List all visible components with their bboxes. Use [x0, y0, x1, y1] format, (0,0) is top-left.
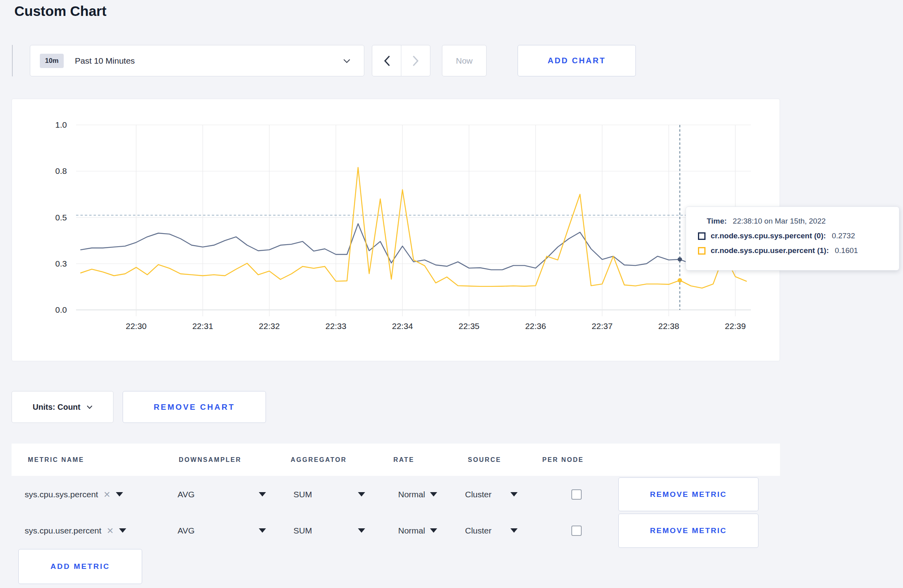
caret-down-icon: [116, 492, 123, 496]
source-value: Cluster: [465, 490, 492, 499]
col-header-downsampler: DOWNSAMPLER: [179, 444, 241, 476]
rate-value: Normal: [398, 490, 425, 499]
x-axis-tick-label: 22:33: [325, 321, 346, 331]
metric-name-select[interactable]: sys.cpu.sys.percent ×: [25, 477, 123, 511]
caret-down-icon: [119, 528, 126, 533]
time-range-select[interactable]: 10m Past 10 Minutes: [30, 45, 364, 76]
units-select[interactable]: Units: Count: [12, 391, 113, 423]
x-axis-tick-label: 22:32: [259, 321, 280, 331]
y-axis-tick-label: 1.0: [55, 120, 67, 129]
chevron-right-icon: [413, 56, 419, 66]
gridlines: [76, 125, 751, 316]
metric-row: sys.cpu.user.percent × AVG SUM Normal Cl…: [12, 514, 780, 547]
x-axis-tick-label: 22:37: [592, 321, 613, 331]
col-header-rate: RATE: [393, 444, 414, 476]
source-select[interactable]: Cluster: [465, 514, 518, 547]
time-range-badge: 10m: [40, 54, 64, 68]
caret-down-icon: [358, 492, 365, 496]
caret-down-icon: [259, 528, 266, 533]
toolbar-divider: [12, 45, 13, 76]
x-axis-tick-label: 22:31: [192, 321, 213, 331]
tooltip-time-value: 22:38:10 on Mar 15th, 2022: [733, 217, 825, 226]
tooltip-series-name: cr.node.sys.cpu.sys.percent (0):: [711, 232, 826, 240]
time-pager: [372, 45, 430, 76]
time-range-label: Past 10 Minutes: [75, 56, 135, 66]
tooltip-series-row: cr.node.sys.cpu.sys.percent (0): 0.2732: [698, 232, 899, 240]
caret-down-icon: [430, 492, 437, 496]
per-node-cell: [571, 477, 582, 511]
time-forward-button[interactable]: [401, 45, 430, 76]
x-axis-tick-label: 22:38: [658, 321, 679, 331]
remove-metric-button[interactable]: REMOVE METRIC: [618, 514, 758, 548]
metric-name: sys.cpu.user.percent: [25, 526, 102, 535]
add-chart-button[interactable]: ADD CHART: [518, 45, 636, 76]
downsampler-select[interactable]: AVG: [178, 514, 266, 547]
metric-row: sys.cpu.sys.percent × AVG SUM Normal Clu…: [12, 477, 780, 511]
per-node-checkbox[interactable]: [571, 526, 582, 536]
chart-tooltip: Time: 22:38:10 on Mar 15th, 2022 cr.node…: [686, 206, 899, 271]
rate-value: Normal: [398, 526, 425, 535]
col-header-metric-name: METRIC NAME: [28, 444, 84, 476]
sys-series-swatch-icon: [698, 232, 706, 240]
chevron-left-icon: [384, 56, 390, 66]
tooltip-time-label: Time:: [707, 217, 727, 226]
x-axis-tick-label: 22:36: [525, 321, 546, 331]
caret-down-icon: [510, 492, 518, 496]
user-series-swatch-icon: [698, 247, 706, 255]
units-label: Units: Count: [33, 403, 80, 412]
cpu-percent-line-chart[interactable]: 0.00.30.50.81.022:3022:3122:3222:3322:34…: [12, 99, 780, 361]
aggregator-value: SUM: [293, 526, 312, 535]
caret-down-icon: [358, 528, 365, 533]
x-axis-tick-label: 22:30: [126, 321, 147, 331]
col-header-source: SOURCE: [468, 444, 501, 476]
x-axis-tick-label: 22:34: [392, 321, 413, 331]
metrics-table-header: METRIC NAME DOWNSAMPLER AGGREGATOR RATE …: [12, 444, 780, 476]
rate-select[interactable]: Normal: [398, 514, 437, 547]
y-axis-tick-label: 0.5: [55, 213, 67, 222]
now-button[interactable]: Now: [442, 45, 487, 76]
y-axis-tick-label: 0.0: [55, 305, 67, 314]
rate-select[interactable]: Normal: [398, 477, 437, 511]
metric-name: sys.cpu.sys.percent: [25, 490, 98, 499]
crosshair-dot-0: [678, 257, 682, 261]
downsampler-select[interactable]: AVG: [178, 477, 266, 511]
caret-down-icon: [259, 492, 266, 496]
chevron-down-icon: [87, 405, 92, 409]
downsampler-value: AVG: [178, 490, 195, 499]
clear-metric-icon[interactable]: ×: [104, 489, 110, 500]
series-line-0: [81, 224, 747, 270]
clear-metric-icon[interactable]: ×: [107, 525, 113, 536]
col-header-aggregator: AGGREGATOR: [291, 444, 347, 476]
col-header-per-node: PER NODE: [542, 444, 584, 476]
source-select[interactable]: Cluster: [465, 477, 518, 511]
per-node-checkbox[interactable]: [571, 489, 582, 500]
tooltip-series-value: 0.2732: [832, 232, 855, 240]
aggregator-select[interactable]: SUM: [293, 477, 365, 511]
time-back-button[interactable]: [372, 45, 401, 76]
page-title: Custom Chart: [14, 3, 106, 19]
downsampler-value: AVG: [178, 526, 195, 535]
remove-chart-button[interactable]: REMOVE CHART: [123, 391, 266, 423]
per-node-cell: [571, 514, 582, 547]
crosshair-dot-1: [678, 278, 682, 282]
add-metric-button[interactable]: ADD METRIC: [18, 549, 142, 584]
x-axis-tick-label: 22:35: [459, 321, 480, 331]
source-value: Cluster: [465, 526, 492, 535]
caret-down-icon: [510, 528, 518, 533]
aggregator-select[interactable]: SUM: [293, 514, 365, 547]
caret-down-icon: [430, 528, 437, 533]
tooltip-series-name: cr.node.sys.cpu.user.percent (1):: [711, 246, 829, 255]
chart-card: 0.00.30.50.81.022:3022:3122:3222:3322:34…: [12, 99, 780, 361]
custom-chart-page: Custom Chart 10m Past 10 Minutes Now ADD…: [0, 0, 903, 588]
x-axis-tick-label: 22:39: [725, 321, 746, 331]
series-line-1: [81, 167, 747, 288]
tooltip-series-value: 0.1601: [835, 246, 858, 255]
chevron-down-icon: [343, 59, 350, 63]
y-axis-tick-label: 0.3: [55, 259, 67, 268]
y-axis-tick-label: 0.8: [55, 166, 67, 175]
metric-name-select[interactable]: sys.cpu.user.percent ×: [25, 514, 126, 547]
tooltip-time-row: Time: 22:38:10 on Mar 15th, 2022: [707, 217, 899, 226]
remove-metric-button[interactable]: REMOVE METRIC: [618, 477, 758, 511]
tooltip-series-row: cr.node.sys.cpu.user.percent (1): 0.1601: [698, 246, 899, 255]
aggregator-value: SUM: [293, 490, 312, 499]
